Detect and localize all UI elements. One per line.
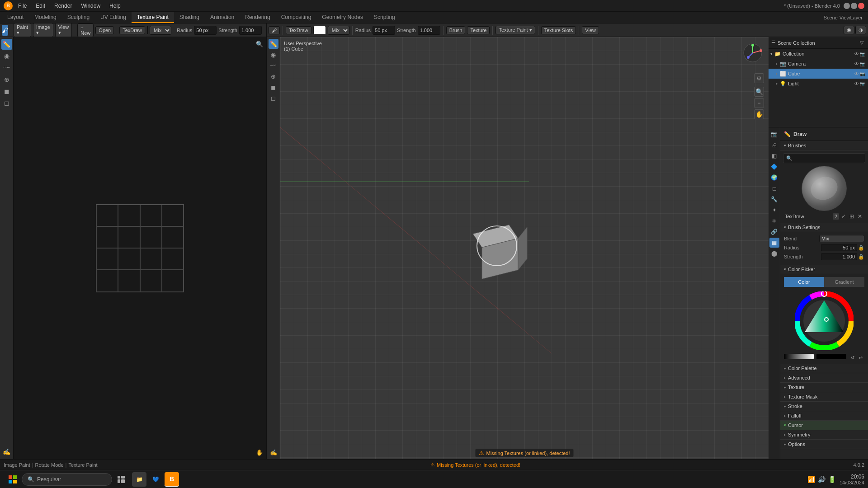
brush-delete-icon[interactable]: ✕	[856, 213, 863, 220]
color-palette-header[interactable]: ▸ Color Palette	[780, 364, 868, 373]
tab-shading[interactable]: Shading	[174, 12, 205, 23]
prop-data-icon[interactable]: ▦	[769, 238, 779, 248]
camera-eye-icon[interactable]: 👁	[854, 61, 859, 66]
menu-edit[interactable]: Edit	[32, 2, 49, 10]
tab-sculpting[interactable]: Sculpting	[62, 12, 95, 23]
tab-geometry-nodes[interactable]: Geometry Nodes	[316, 12, 368, 23]
brush-search[interactable]: 🔍	[783, 153, 865, 163]
blend-mode-left[interactable]: Mix	[150, 26, 171, 35]
view-pan-icon[interactable]: ✋	[255, 447, 264, 457]
brush-mode-btn[interactable]: Brush	[446, 26, 466, 34]
open-btn[interactable]: Open	[95, 26, 114, 34]
vp-soften-tool[interactable]: ◉	[269, 50, 278, 60]
outliner-cube[interactable]: ▸ ⬜ Cube 👁 📷	[769, 69, 868, 79]
taskbar-task-view[interactable]	[114, 472, 128, 487]
prop-object-icon[interactable]: ◻	[769, 183, 779, 193]
tray-battery[interactable]: 🔋	[828, 476, 836, 483]
viewport-3d[interactable]: User Perspective (1) Cube	[280, 37, 769, 459]
zoom-in-btn[interactable]: 🔍	[754, 87, 764, 97]
cube-render-icon[interactable]: 📷	[860, 71, 865, 76]
texture-header[interactable]: ▸ Texture	[780, 383, 868, 392]
prop-constraints-icon[interactable]: 🔗	[769, 227, 779, 237]
vp-clone-tool[interactable]: ⊕	[269, 71, 278, 81]
uv-canvas[interactable]: 🔍 ✋	[14, 37, 266, 459]
tab-animation[interactable]: Animation	[205, 12, 240, 23]
brush-name-left[interactable]: TexDraw	[119, 26, 145, 34]
taskbar-start-btn[interactable]	[4, 472, 22, 487]
tab-rendering[interactable]: Rendering	[240, 12, 275, 23]
prop-output-icon[interactable]: 🖨	[769, 140, 779, 150]
taskbar-clock[interactable]: 20:06 14/03/2024	[840, 474, 864, 485]
view-dropdown-left[interactable]: View ▾	[55, 23, 72, 37]
brush-name-right[interactable]: TexDraw	[286, 26, 311, 34]
prop-render-icon[interactable]: 📷	[769, 129, 779, 139]
radius-input-right[interactable]	[373, 26, 395, 35]
taskbar-search[interactable]: 🔍 Pesquisar	[22, 473, 112, 486]
outliner-filter-icon[interactable]: ▽	[858, 39, 865, 47]
prop-scene-icon[interactable]: 🔷	[769, 162, 779, 172]
draw-tool-btn[interactable]: ✏️	[1, 39, 12, 50]
gradient-tab[interactable]: Gradient	[824, 277, 864, 287]
outliner-scene-collection[interactable]: ▾ 📁 Collection 👁 📷	[769, 49, 868, 59]
tab-compositing[interactable]: Compositing	[276, 12, 317, 23]
zoom-out-btn[interactable]: −	[754, 98, 764, 108]
tray-sound[interactable]: 🔊	[818, 476, 826, 483]
stroke-header[interactable]: ▸ Stroke	[780, 402, 868, 411]
color-reset-icon[interactable]: ↺	[849, 354, 856, 361]
white-color-bar[interactable]	[784, 354, 814, 359]
brush-copy-icon[interactable]: ⊞	[848, 213, 855, 220]
symmetry-header[interactable]: ▸ Symmetry	[780, 430, 868, 440]
light-render-icon[interactable]: 📷	[860, 81, 865, 86]
menu-help[interactable]: Help	[106, 2, 124, 10]
taskbar-blender-btn[interactable]: B	[165, 472, 179, 487]
paint-dropdown[interactable]: Paint ▾	[14, 23, 31, 37]
close-btn[interactable]	[858, 3, 864, 9]
prop-world-icon[interactable]: 🌍	[769, 173, 779, 183]
view-btn-right[interactable]: View	[582, 26, 599, 34]
scene-eye-icon[interactable]: 👁	[854, 52, 859, 56]
vp-erase-tool[interactable]: ◻	[269, 93, 278, 103]
axis-gizmo[interactable]	[741, 42, 764, 64]
prop-particles-icon[interactable]: ✦	[769, 205, 779, 215]
light-eye-icon[interactable]: 👁	[854, 81, 859, 86]
cursor-header[interactable]: ▾ Cursor	[780, 421, 868, 430]
viewport-mode-icon[interactable]: 🖌	[269, 26, 280, 34]
blend-mode-right[interactable]: Mix	[328, 26, 349, 35]
taskbar-explorer-btn[interactable]: 📁	[132, 472, 146, 487]
viewport-overlays-btn[interactable]: ◉	[844, 26, 854, 34]
options-header[interactable]: ▸ Options	[780, 440, 868, 449]
minimize-btn[interactable]	[844, 3, 850, 9]
vp-fill-tool[interactable]: ◼	[269, 82, 278, 92]
paint-mode-icon[interactable]: 🖌	[2, 25, 8, 36]
maximize-btn[interactable]	[851, 3, 857, 9]
image-dropdown[interactable]: Image ▾	[33, 23, 53, 37]
tab-scripting[interactable]: Scripting	[368, 12, 401, 23]
pan-btn[interactable]: ✋	[754, 109, 764, 119]
tab-uv-editing[interactable]: UV Editing	[95, 12, 132, 23]
color-picker-header[interactable]: ▾ Color Picker	[780, 265, 868, 274]
view-zoom-icon[interactable]: 🔍	[255, 39, 264, 49]
color-tab[interactable]: Color	[784, 277, 824, 287]
strength-lock-icon[interactable]: 🔒	[858, 254, 864, 260]
strength-input-left[interactable]	[239, 26, 262, 35]
soften-tool-btn[interactable]: ◉	[1, 51, 12, 61]
tray-wifi[interactable]: 📶	[807, 476, 815, 483]
color-swap-icon[interactable]: ⇄	[857, 354, 864, 361]
brush-check-icon[interactable]: ✓	[840, 213, 847, 220]
strength-value-prop[interactable]: 1.000	[821, 253, 857, 260]
smear-tool-btn[interactable]: 〰	[1, 62, 12, 73]
brushes-section-header[interactable]: ▾ Brushes	[780, 141, 868, 150]
prop-material-icon[interactable]: ⬤	[769, 249, 779, 258]
color-swatch-left[interactable]	[147, 26, 148, 35]
brush-settings-header[interactable]: ▾ Brush Settings	[780, 223, 868, 232]
viewport-shading-btn[interactable]: ◑	[855, 26, 866, 34]
vp-draw-tool[interactable]: ✏️	[269, 39, 278, 49]
texture-paint-mode-btn[interactable]: Texture Paint ▾	[495, 26, 535, 34]
prop-modifier-icon[interactable]: 🔧	[769, 194, 779, 204]
vp-smear-tool[interactable]: 〰	[269, 61, 278, 70]
color-wheel-wrap[interactable]	[784, 290, 864, 352]
advanced-header[interactable]: ▸ Advanced	[780, 373, 868, 383]
falloff-header[interactable]: ▸ Falloff	[780, 411, 868, 421]
tab-texture-paint[interactable]: Texture Paint	[132, 12, 174, 23]
prop-physics-icon[interactable]: ⚛	[769, 216, 779, 226]
